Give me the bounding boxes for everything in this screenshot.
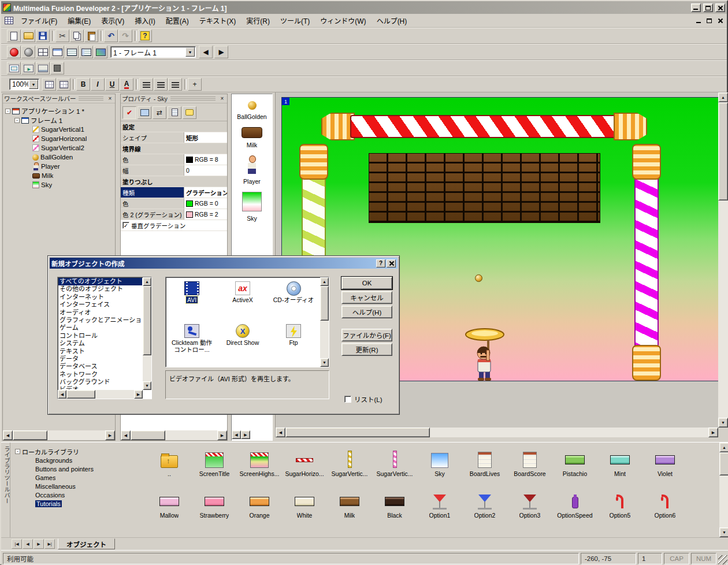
vertical-scrollbar[interactable]: ▲ ▼: [718, 92, 728, 428]
zoom-select[interactable]: 100% ▼: [9, 79, 39, 90]
menu-item[interactable]: 配置(A): [161, 14, 194, 27]
workspace-tree-item[interactable]: Sky: [4, 180, 115, 189]
vertical-scrollbar[interactable]: ▲ ▼: [320, 277, 329, 367]
from-file-button[interactable]: ファイルから(F): [341, 329, 392, 341]
scroll-down-button[interactable]: ▼: [718, 418, 728, 428]
library-item[interactable]: Option2: [462, 485, 507, 527]
event-list-editor-button[interactable]: [79, 46, 93, 58]
mdi-minimize-button[interactable]: [694, 17, 704, 25]
stop-button[interactable]: [50, 62, 64, 75]
category-item[interactable]: ネットワーク: [58, 371, 142, 378]
category-item[interactable]: グラフィックとアニメーション: [58, 317, 142, 324]
object-bar-item[interactable]: Sky: [232, 192, 272, 222]
property-row[interactable]: シェイプ 矩形: [121, 132, 227, 143]
grid-setup-button[interactable]: [42, 78, 56, 91]
library-item[interactable]: Option3: [507, 485, 552, 527]
menu-item[interactable]: ヘルプ(H): [372, 14, 413, 27]
scroll-left-button[interactable]: ◀: [276, 428, 285, 437]
tab-nav-button[interactable]: ▶: [34, 539, 44, 549]
workspace-tree-item[interactable]: Player: [4, 162, 115, 171]
restart-button[interactable]: [7, 46, 21, 58]
library-item[interactable]: BoardLives: [462, 444, 507, 485]
scrollbar-thumb[interactable]: [13, 430, 47, 440]
frame-select[interactable]: 1 - フレーム 1 ▼: [110, 46, 196, 58]
picture-editor-button[interactable]: [94, 46, 107, 58]
scrollbar-track[interactable]: [66, 390, 134, 399]
menu-item[interactable]: ファイル(F): [16, 14, 62, 27]
menu-item[interactable]: ウィンドウ(W): [315, 14, 371, 27]
horizontal-scrollbar[interactable]: ◀ ▶: [58, 390, 143, 399]
library-item[interactable]: SugarVertic...: [372, 444, 417, 485]
tab-objects[interactable]: オブジェクト: [58, 538, 115, 549]
property-row[interactable]: 色 RGB = 8: [121, 154, 227, 165]
scrollbar-thumb[interactable]: [320, 286, 329, 321]
object-type-item[interactable]: CD-オーディオ: [268, 280, 319, 323]
menu-item[interactable]: ツール(T): [275, 14, 315, 27]
candy-bar-top[interactable]: [321, 113, 647, 140]
scroll-up-button[interactable]: ▲: [719, 443, 728, 452]
object-type-item[interactable]: Ftp: [268, 323, 319, 366]
vertical-scrollbar[interactable]: ▲ ▼: [719, 443, 728, 537]
library-item[interactable]: Option6: [642, 485, 688, 527]
scrollbar-track[interactable]: [131, 430, 217, 440]
scrollbar-thumb[interactable]: [719, 452, 728, 475]
storyboard-editor-button[interactable]: [36, 46, 50, 58]
checkbox-icon[interactable]: [122, 222, 129, 229]
mdi-restore-button[interactable]: [705, 17, 714, 25]
category-item[interactable]: ゲーム: [58, 324, 142, 332]
scroll-right-button[interactable]: ▶: [134, 390, 143, 399]
property-value[interactable]: グラデーション: [184, 187, 227, 198]
workspace-tree-item[interactable]: SugarHorizonal: [4, 134, 115, 143]
save-button[interactable]: [36, 29, 50, 42]
property-row[interactable]: 色 RGB = 0: [121, 198, 227, 209]
category-item[interactable]: データ: [58, 355, 142, 363]
property-row[interactable]: 境界線: [121, 143, 227, 154]
align-left-button[interactable]: [139, 78, 153, 91]
category-item[interactable]: バックグラウンド: [58, 378, 142, 386]
mdi-child-icon[interactable]: [5, 17, 13, 24]
library-item[interactable]: Sky: [417, 444, 462, 485]
mdi-close-button[interactable]: [715, 17, 725, 25]
object-bar-scrollbar[interactable]: ◀ ▶: [232, 430, 250, 440]
scroll-right-button[interactable]: ▶: [105, 430, 115, 440]
library-item[interactable]: ScreenHighs...: [237, 444, 282, 485]
grid-snap-button[interactable]: [57, 78, 70, 91]
undo-button[interactable]: [104, 29, 118, 42]
library-item[interactable]: Violet: [642, 444, 688, 485]
run-application-button[interactable]: [7, 62, 21, 75]
property-row[interactable]: 塗りつぶし: [121, 176, 227, 187]
library-item[interactable]: Black: [372, 485, 417, 527]
category-item[interactable]: システム: [58, 340, 142, 347]
tab-nav-button[interactable]: ▶|: [44, 539, 55, 549]
tab-nav-button[interactable]: |◀: [12, 539, 22, 549]
library-item[interactable]: Pistachio: [552, 444, 597, 485]
library-item[interactable]: SugarVertic...: [327, 444, 372, 485]
category-item[interactable]: インターネット: [58, 293, 142, 301]
vertical-scrollbar[interactable]: ▲ ▼: [143, 277, 151, 390]
library-item[interactable]: SugarHorizo...: [282, 444, 327, 485]
workspace-tree-item[interactable]: Milk: [4, 171, 115, 180]
close-button[interactable]: [715, 3, 725, 12]
ball-object[interactable]: [475, 274, 482, 282]
tree-expander-icon[interactable]: -: [5, 109, 10, 114]
settings-tab-button[interactable]: ✔: [122, 106, 136, 119]
menu-item[interactable]: 実行(R): [241, 14, 275, 27]
scrollbar-track[interactable]: [320, 286, 329, 358]
workspace-panel-close-button[interactable]: ×: [106, 95, 114, 102]
cancel-button[interactable]: キャンセル: [341, 291, 392, 304]
about-tab-button[interactable]: [183, 106, 196, 119]
bold-button[interactable]: B: [76, 78, 90, 91]
property-value[interactable]: RGB = 0: [184, 198, 227, 209]
library-item[interactable]: ScreenTitle: [192, 444, 237, 485]
scroll-right-button[interactable]: ▶: [241, 430, 250, 439]
scrollbar-track[interactable]: [718, 102, 728, 418]
scroll-up-button[interactable]: ▲: [320, 277, 329, 286]
scroll-down-button[interactable]: ▼: [143, 381, 151, 390]
object-type-item[interactable]: Clickteam 動作コントロー...: [166, 323, 217, 366]
color-swatch[interactable]: [186, 211, 193, 218]
object-bar-item[interactable]: Player: [232, 155, 272, 185]
object-type-item[interactable]: AVI: [166, 280, 217, 323]
property-value[interactable]: 矩形: [184, 132, 227, 143]
property-value[interactable]: RGB = 2: [184, 209, 227, 220]
tree-expander-icon[interactable]: -: [15, 449, 20, 454]
